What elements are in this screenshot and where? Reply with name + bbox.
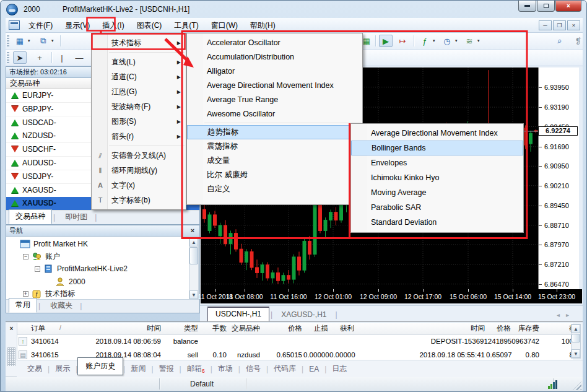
column-header-lots[interactable]: 手数 — [201, 324, 227, 334]
terminal-dock-grip[interactable] — [7, 347, 15, 366]
terminal-tab-3[interactable]: 新闻 — [125, 361, 151, 377]
menu-item-0[interactable]: 文件(F) — [22, 19, 59, 32]
trend-menu-item-1[interactable]: Bollinger Bands — [351, 141, 523, 155]
terminal-tab-2[interactable]: 账户历史 — [77, 357, 123, 375]
restore-button[interactable] — [537, 1, 555, 12]
terminal-tab-5[interactable]: 邮箱6 — [181, 361, 211, 377]
menu-item-6[interactable]: 帮助(H) — [244, 19, 282, 32]
navigator-item-3[interactable]: 2000 — [46, 276, 199, 288]
cursor-button[interactable]: ➤ — [13, 51, 27, 64]
insert-menu-item-9[interactable]: ⫽安德鲁分叉线(A) — [92, 148, 186, 163]
navigator-tab-0[interactable]: 常用 — [9, 298, 37, 313]
trend-menu-item-3[interactable]: Ichimoku Kinko Hyo — [351, 170, 523, 185]
indicators-menu-item-11[interactable]: 自定义▶ — [187, 182, 362, 196]
dropdown-caret-icon[interactable]: ▾ — [28, 38, 30, 43]
column-header-close_price[interactable]: 价格 — [486, 324, 511, 334]
crosshair-button[interactable]: + — [33, 51, 46, 64]
terminal-tab-7[interactable]: 信号 — [240, 361, 266, 377]
indicators-menu-item-3[interactable]: Average Directional Movement Index — [187, 78, 362, 92]
column-header-open_price[interactable]: 价格 — [263, 324, 302, 334]
terminal-tab-8[interactable]: 代码库 — [268, 361, 302, 377]
status-profile[interactable]: Default — [162, 380, 242, 388]
navigator-item-0[interactable]: Profit Market HK — [11, 238, 192, 250]
trend-menu-item-2[interactable]: Envelopes — [351, 155, 523, 170]
mdi-restore-button[interactable]: ❐ — [553, 20, 566, 30]
column-header-sl[interactable]: 止损 — [303, 324, 328, 334]
templates-button[interactable]: ≋ — [463, 35, 476, 47]
insert-menu-item-11[interactable]: A文字(x) — [92, 178, 186, 193]
column-header-close_time[interactable]: 时间 — [355, 324, 485, 334]
menu-item-2[interactable]: 插入(I) — [96, 19, 130, 32]
dropdown-caret-icon[interactable]: ▾ — [455, 38, 458, 43]
navigator-item-4[interactable]: +f技术指标 — [23, 288, 199, 300]
insert-menu-item-7[interactable]: 箭头(r)▶ — [92, 129, 186, 144]
close-button[interactable]: × — [555, 1, 581, 12]
horizontal-line-tool-button[interactable]: — — [72, 51, 86, 64]
title-bar[interactable]: 2000 ProfitMarketHK-Live2 - [USDCNH-,H1]… — [1, 1, 586, 18]
indicators-menu-item-5[interactable]: Awesome Oscillator — [187, 107, 362, 121]
table-row[interactable]: ↑34106142018.09.14 08:06:59balance100.00… — [17, 336, 573, 349]
insert-menu-item-10[interactable]: ⦀循环周期线(y) — [92, 163, 186, 178]
navigator-scrollbar[interactable]: ▲ ▼ — [189, 237, 199, 300]
chart-shift-button[interactable]: ↦ — [396, 35, 409, 47]
indicators-menu-item-9[interactable]: 成交量▶ — [187, 154, 362, 168]
trend-menu-item-4[interactable]: Moving Average — [351, 185, 523, 200]
terminal-tab-0[interactable]: 交易 — [22, 361, 48, 377]
insert-menu-item-6[interactable]: 图形(S)▶ — [92, 114, 186, 129]
search-button[interactable]: ⌕ — [553, 35, 567, 47]
chart-tab-1[interactable]: XAGUSD-,H1 — [274, 308, 334, 321]
auto-scroll-button[interactable]: ▶ — [379, 35, 393, 47]
column-header-symbol[interactable]: 交易品种 — [228, 324, 260, 334]
indicators-menu-item-2[interactable]: Alligator — [187, 64, 362, 78]
mdi-minimize-button[interactable]: ─ — [539, 20, 552, 30]
column-header-profit[interactable]: 获利 — [541, 324, 573, 334]
indicators-menu-item-4[interactable]: Average True Range — [187, 92, 362, 107]
column-header-tp[interactable]: 获利 — [329, 324, 354, 334]
chart-tab-scroll-arrows[interactable]: ◂▸ — [557, 311, 575, 318]
navigator-close-icon[interactable]: × — [188, 227, 197, 235]
indicators-menu-item-10[interactable]: 比尔 威廉姆▶ — [187, 168, 362, 182]
terminal-tab-6[interactable]: 市场 — [212, 361, 238, 377]
insert-menu-item-12[interactable]: T文字标签(b) — [92, 193, 186, 207]
periods-button[interactable]: ◷ — [440, 35, 454, 47]
indicators-add-button[interactable]: ƒ — [418, 35, 432, 47]
menu-item-4[interactable]: 工具(T) — [168, 19, 204, 32]
resize-grip[interactable] — [573, 381, 581, 390]
terminal-tab-4[interactable]: 警报 — [154, 361, 180, 377]
terminal-tab-9[interactable]: EA — [303, 362, 324, 376]
insert-menu-item-4[interactable]: 江恩(G)▶ — [92, 84, 186, 99]
column-header-type[interactable]: 类型 — [163, 324, 198, 334]
navigator-tab-1[interactable]: 收藏夹 — [44, 299, 79, 313]
profiles-button[interactable]: ⧉ — [37, 35, 50, 47]
column-header-swap[interactable]: 库存费 — [512, 324, 539, 334]
indicators-menu-item-8[interactable]: 震荡指标▶ — [187, 139, 362, 154]
menu-item-3[interactable]: 图表(C) — [131, 19, 168, 32]
trend-menu-item-5[interactable]: Parabolic SAR — [351, 200, 523, 215]
chat-button[interactable]: ❡ — [572, 35, 585, 47]
column-header-order[interactable]: 订单 — [31, 324, 85, 334]
indicators-menu-item-0[interactable]: Accelerator Oscillator — [187, 35, 362, 50]
terminal-tab-1[interactable]: 展示 — [50, 361, 76, 377]
insert-menu-item-5[interactable]: 斐波纳奇(F)▶ — [92, 99, 186, 114]
menu-item-5[interactable]: 窗口(W) — [205, 19, 244, 32]
minimize-button[interactable] — [518, 1, 536, 12]
column-header-open_time[interactable]: 时间 — [87, 324, 161, 334]
navigator-item-2[interactable]: −ProfitMarketHK-Live2 — [35, 263, 199, 275]
indicators-menu-item-1[interactable]: Accumulation/Distribution — [187, 50, 362, 64]
insert-menu-item-2[interactable]: 直线(L)▶ — [92, 54, 186, 69]
new-chart-button[interactable]: ▦ — [13, 35, 27, 47]
trend-menu-item-0[interactable]: Average Directional Movement Index — [351, 126, 523, 141]
dropdown-caret-icon[interactable]: ▾ — [477, 38, 480, 43]
collapse-icon[interactable]: − — [35, 266, 40, 272]
terminal-tab-10[interactable]: 日志 — [326, 361, 352, 377]
indicators-menu-item-7[interactable]: 趋势指标▶ — [187, 125, 362, 139]
menu-item-1[interactable]: 显示(V) — [59, 19, 96, 32]
mdi-close-button[interactable]: × — [567, 20, 580, 30]
expand-icon[interactable]: + — [23, 291, 28, 297]
vertical-line-tool-button[interactable]: | — [55, 51, 69, 64]
market-watch-tab-0[interactable]: 交易品种 — [9, 209, 52, 224]
terminal-close-icon[interactable]: × — [7, 325, 15, 333]
terminal-scrollbar[interactable]: ▲ ▼ — [571, 324, 581, 359]
collapse-icon[interactable]: − — [23, 254, 28, 259]
trend-menu-item-6[interactable]: Standard Deviation — [351, 215, 523, 230]
